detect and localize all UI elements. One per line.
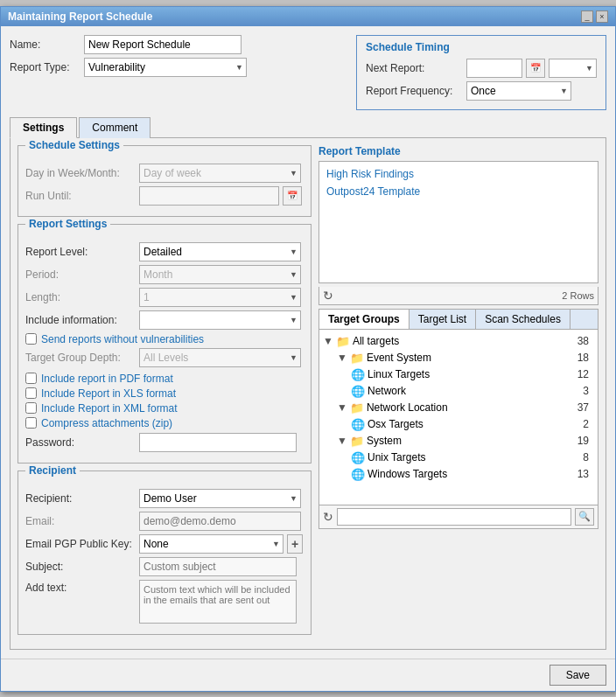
tree-search-button[interactable]: 🔍 — [575, 508, 594, 526]
tree-item-all-targets[interactable]: ▼ 📁 All targets 38 — [323, 333, 594, 350]
tree-refresh-icon[interactable]: ↻ — [323, 510, 333, 524]
refresh-icon[interactable]: ↻ — [323, 289, 333, 303]
name-row: Name: — [10, 35, 347, 54]
tree-item-left-event: ▼ 📁 Event System — [337, 352, 431, 365]
include-info-select[interactable] — [139, 310, 301, 330]
day-select-wrapper: Day of week — [139, 164, 301, 183]
main-window: Maintaining Report Schedule _ × Name: Re… — [0, 6, 616, 692]
target-section: Target Groups Target List Scan Schedules… — [318, 309, 598, 529]
send-without-vuln-label[interactable]: Send reports without vulnerabilities — [41, 333, 204, 345]
tree-item-left-linux: 🌐 Linux Targets — [351, 368, 430, 381]
length-select[interactable]: 1 — [139, 288, 301, 307]
send-without-vuln-checkbox[interactable] — [25, 333, 37, 345]
target-tabs: Target Groups Target List Scan Schedules — [319, 310, 598, 330]
tree-expand-icon-system: ▼ — [337, 435, 347, 447]
template-footer: ↻ 2 Rows — [318, 287, 598, 305]
minimize-button[interactable]: _ — [581, 10, 593, 23]
tree-label-system: System — [367, 435, 402, 447]
target-tab-list[interactable]: Target List — [410, 310, 476, 329]
xml-label[interactable]: Include Report in XML format — [41, 402, 178, 415]
report-type-select[interactable]: Vulnerability — [84, 58, 247, 77]
subject-input[interactable] — [139, 557, 297, 576]
xml-checkbox[interactable] — [25, 402, 37, 414]
report-settings-content: Report Level: Detailed Summary Period: — [25, 242, 304, 452]
tree-count-network-location: 37 — [578, 401, 589, 414]
target-group-depth-select[interactable]: All Levels — [139, 348, 301, 367]
tree-item-left-all: ▼ 📁 All targets — [323, 335, 399, 348]
pdf-label[interactable]: Include report in PDF format — [41, 373, 173, 385]
tree-item-left-netloc: ▼ 📁 Network Location — [337, 401, 448, 415]
save-button[interactable]: Save — [550, 665, 606, 686]
next-report-label: Next Report: — [366, 62, 466, 74]
report-level-select[interactable]: Detailed Summary — [139, 242, 301, 261]
add-text-area[interactable] — [139, 580, 297, 624]
run-until-calendar-button[interactable]: 📅 — [283, 186, 302, 206]
pdf-checkbox[interactable] — [25, 373, 37, 384]
password-row: Password: — [25, 433, 304, 452]
next-report-time-select[interactable] — [549, 59, 597, 78]
schedule-settings-content: Day in Week/Month: Day of week Run Until… — [25, 164, 304, 206]
tree-count-system: 19 — [578, 435, 589, 447]
globe-icon-windows: 🌐 — [351, 468, 365, 481]
email-input[interactable] — [139, 512, 301, 531]
zip-label[interactable]: Compress attachments (zip) — [41, 417, 172, 429]
email-label: Email: — [25, 515, 139, 527]
frequency-select[interactable]: Once Daily Weekly Monthly — [466, 81, 571, 101]
schedule-timing-box: Schedule Timing Next Report: 📅 Report Fr… — [356, 35, 606, 110]
tab-comment[interactable]: Comment — [79, 117, 150, 138]
target-tab-groups[interactable]: Target Groups — [319, 310, 410, 329]
template-item-0[interactable]: High Risk Findings — [323, 165, 594, 183]
bottom-bar: Save — [1, 659, 615, 691]
name-input[interactable] — [84, 35, 242, 54]
period-label: Period: — [25, 268, 139, 281]
report-frequency-row: Report Frequency: Once Daily Weekly Mont… — [366, 81, 597, 101]
recipient-title: Recipient — [25, 464, 80, 477]
length-row: Length: 1 — [25, 288, 304, 307]
folder-icon-event: 📁 — [350, 352, 364, 365]
report-settings-box: Report Settings Report Level: Detailed S… — [18, 224, 312, 464]
pgp-select[interactable]: None — [139, 534, 284, 554]
tree-item-event-system[interactable]: ▼ 📁 Event System 18 — [323, 350, 594, 366]
calendar-button[interactable]: 📅 — [526, 59, 545, 78]
tree-item-left-network: 🌐 Network — [351, 385, 406, 398]
include-info-wrapper — [139, 310, 301, 330]
template-item-1[interactable]: Outpost24 Template — [323, 183, 594, 200]
report-template-section: Report Template High Risk Findings Outpo… — [318, 145, 598, 305]
recipient-select-wrapper: Demo User — [139, 489, 301, 508]
schedule-timing-title: Schedule Timing — [366, 41, 597, 53]
tree-search-input[interactable] — [337, 508, 571, 526]
recipient-content: Recipient: Demo User Email: — [25, 489, 304, 624]
xls-label[interactable]: Include Report in XLS format — [41, 387, 176, 400]
tree-label-linux: Linux Targets — [368, 368, 430, 380]
tree-item-windows[interactable]: 🌐 Windows Targets 13 — [323, 466, 594, 483]
run-until-input[interactable] — [139, 186, 279, 206]
target-group-depth-label: Target Group Depth: — [25, 352, 139, 364]
tree-item-unix[interactable]: 🌐 Unix Targets 8 — [323, 450, 594, 466]
right-panel: Report Template High Risk Findings Outpo… — [318, 145, 598, 642]
target-tab-scan-schedules[interactable]: Scan Schedules — [476, 310, 570, 329]
tree-item-osx[interactable]: 🌐 Osx Targets 2 — [323, 416, 594, 433]
globe-icon-osx: 🌐 — [351, 418, 365, 431]
close-button[interactable]: × — [596, 10, 608, 23]
recipient-row: Recipient: Demo User — [25, 489, 304, 508]
tree-item-network[interactable]: 🌐 Network 3 — [323, 383, 594, 400]
period-select[interactable]: Month — [139, 265, 301, 284]
top-section: Name: Report Type: Vulnerability Schedul… — [10, 35, 606, 110]
password-input[interactable] — [139, 433, 297, 452]
tree-item-system[interactable]: ▼ 📁 System 19 — [323, 433, 594, 450]
tree-count-unix: 8 — [583, 451, 589, 464]
recipient-select[interactable]: Demo User — [139, 489, 301, 508]
pgp-add-button[interactable]: + — [287, 534, 303, 554]
tree-item-left-unix: 🌐 Unix Targets — [351, 451, 425, 464]
tree-count-network: 3 — [583, 385, 589, 397]
day-select[interactable]: Day of week — [139, 164, 301, 183]
add-text-row: Add text: — [25, 580, 304, 624]
tab-settings[interactable]: Settings — [10, 117, 77, 138]
tree-item-network-location[interactable]: ▼ 📁 Network Location 37 — [323, 400, 594, 416]
target-group-depth-row: Target Group Depth: All Levels — [25, 348, 304, 367]
xls-checkbox[interactable] — [25, 387, 37, 399]
tree-count-linux: 12 — [578, 368, 589, 380]
tree-item-linux[interactable]: 🌐 Linux Targets 12 — [323, 366, 594, 383]
next-report-input[interactable] — [466, 59, 522, 78]
zip-checkbox[interactable] — [25, 417, 37, 429]
